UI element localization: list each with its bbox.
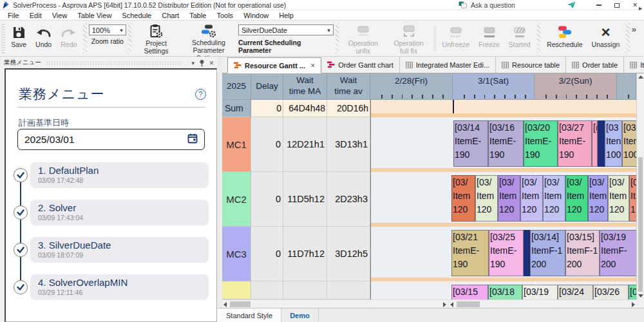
gantt-bar[interactable]: [03/19 (522, 285, 558, 299)
redo-button[interactable]: Redo (56, 22, 81, 55)
gantt-bar[interactable]: [03/Item120 (608, 175, 629, 222)
project-settings-button[interactable]: Project Settings (133, 22, 179, 55)
gantt-bar[interactable]: [03/21ItemE-190 (451, 230, 489, 276)
tab-item-setup-table[interactable]: Item setup table (624, 57, 644, 73)
gantt-bar[interactable] (524, 230, 530, 276)
gantt-bar[interactable]: [03/Item120 (543, 175, 565, 222)
gantt-bar[interactable]: [03/18 (488, 285, 522, 299)
help-icon[interactable]: ? (195, 89, 206, 100)
horizontal-scroll-thumb[interactable] (230, 301, 251, 307)
gantt-bar[interactable]: [03Iten100 (622, 120, 636, 167)
calendar-icon[interactable] (187, 133, 198, 146)
menu-schedule[interactable]: Schedule (117, 10, 156, 21)
gantt-bar[interactable]: [03/15]ItemF-1200 (565, 230, 600, 276)
gantt-bar[interactable]: [0It1 (629, 175, 636, 222)
scroll-left-icon[interactable] (450, 302, 453, 307)
menu-view[interactable]: View (47, 10, 73, 21)
panel-pin-icon[interactable] (199, 59, 205, 67)
reschedule-button[interactable]: Reschedule (542, 22, 587, 55)
scroll-down-icon[interactable] (638, 294, 643, 298)
gantt-bar[interactable]: [03/Item120 (451, 175, 475, 222)
unfreeze-button[interactable]: Unfreeze (438, 22, 475, 55)
tab-order-table[interactable]: Order table (566, 57, 624, 73)
toolbar-grip[interactable] (1, 23, 5, 53)
vertical-scrollbar[interactable] (636, 73, 644, 299)
operation-unfix-button[interactable]: Operation unfix (341, 22, 385, 55)
menu-tools[interactable]: Tools (211, 10, 238, 21)
gantt-bar[interactable]: [03/26 (593, 285, 629, 299)
toolbar-separator (537, 23, 540, 53)
timeline-row-item: [03/15[03/18[03/19[03/24[03/26[0 (370, 281, 636, 299)
scroll-up-icon[interactable] (638, 75, 643, 79)
panel-drag-texture[interactable] (46, 61, 183, 65)
step-item-3[interactable]: 3. SilverDueDate03/09 18:07:09 (30, 237, 209, 263)
ask-a-question-box[interactable]: Ask a question (459, 0, 515, 10)
menu-edit[interactable]: Edit (24, 10, 47, 21)
step-item-4[interactable]: 4. SolverOverlapMIN03/29 12:11:46 (30, 274, 209, 300)
display-style-tab-demo[interactable]: Demo (281, 308, 319, 322)
save-icon (12, 24, 26, 41)
zoom-ratio-select[interactable]: 100% ▾ (89, 24, 126, 35)
table-horizontal-scrollbar[interactable] (222, 299, 448, 308)
menu-file[interactable]: File (3, 10, 24, 21)
gantt-horizontal-scrollbar[interactable] (449, 299, 636, 308)
scroll-right-icon[interactable] (443, 302, 446, 307)
gantt-bar[interactable]: [03/14ItemE-190 (453, 120, 488, 167)
started-button[interactable]: Started (504, 22, 535, 55)
menu-window[interactable]: Window (238, 10, 274, 21)
step-label: 4. SolverOverlapMIN (38, 277, 201, 288)
current-scheduling-parameter-select[interactable]: SilverDueDate ▾ (238, 24, 334, 35)
unassign-button[interactable]: × Unassign (587, 22, 625, 55)
toolbar-overflow-chevron[interactable]: » (632, 22, 640, 34)
day-header-2-28-fri: 2/28(Fri) (370, 73, 453, 100)
freeze-button[interactable]: Freeze (474, 22, 504, 55)
minimize-button[interactable] (590, 0, 608, 10)
save-button[interactable]: Save (6, 22, 31, 55)
gantt-bar[interactable]: [03/25ItemE-190 (489, 230, 524, 276)
send-question-icon[interactable] (567, 1, 576, 10)
vertical-scroll-thumb[interactable] (638, 157, 643, 292)
gantt-bar[interactable]: [03/16ItemE-190 (488, 120, 524, 167)
bar-label-line: [03/ (477, 176, 497, 189)
tab-resource-gantt[interactable]: Resource Gantt ...× (227, 57, 321, 73)
scheduling-parameter-settings-button[interactable]: Scheduling Parameter Settings (179, 22, 238, 55)
menu-chart[interactable]: Chart (156, 10, 184, 21)
panel-splitter[interactable] (218, 57, 222, 322)
scroll-right-icon[interactable] (632, 302, 635, 307)
operation-full-fix-button[interactable]: Operation full fix (385, 22, 432, 55)
gantt-bar[interactable]: [03/Item120 (565, 175, 588, 222)
tab-order-gantt-chart[interactable]: Order Gantt chart (321, 57, 400, 73)
tab-integrated-master-edi[interactable]: Integrated Master Edi... (400, 57, 496, 73)
scroll-left-icon[interactable] (223, 302, 227, 307)
horizontal-scroll-thumb[interactable] (457, 301, 480, 307)
display-style-tab-standard-style[interactable]: Standard Style (218, 308, 281, 322)
gantt-bar[interactable]: [( (592, 120, 598, 167)
gantt-bar[interactable]: [03/Item120 (588, 175, 608, 222)
panel-close-icon[interactable]: × (209, 59, 214, 68)
gantt-bar[interactable]: [03/Item120 (475, 175, 498, 222)
gantt-bar[interactable]: [03/Item120 (498, 175, 520, 222)
gantt-bar[interactable]: [03/Item120 (520, 175, 543, 222)
bar-label-line: Item (453, 189, 475, 203)
gantt-bar[interactable] (598, 120, 605, 167)
tab-close-icon[interactable]: × (310, 61, 315, 70)
planning-basis-date-input[interactable]: 2025/03/01 (17, 129, 205, 150)
gantt-bar[interactable]: [03/20ItemE-190 (524, 120, 558, 167)
gantt-bar[interactable]: [03/15 (451, 285, 488, 299)
menu-help[interactable]: Help (274, 10, 299, 21)
tab-scroll-next-icon[interactable]: ▸ (639, 5, 642, 12)
gantt-bar[interactable]: [03/19ItemF-200 (600, 230, 636, 276)
gantt-bar[interactable]: [03Iten100 (605, 120, 622, 167)
maximize-button[interactable] (608, 0, 626, 10)
gantt-bar[interactable]: [03/27ItemE-190 (558, 120, 592, 167)
undo-button[interactable]: Undo (31, 22, 56, 55)
tab-resource-table[interactable]: Resource table (496, 57, 566, 73)
gantt-bar[interactable]: [03/24 (558, 285, 593, 299)
step-item-1[interactable]: 1. DefaultPlan03/09 17:42:48 (30, 162, 209, 188)
gantt-bar[interactable]: [0 (629, 285, 636, 299)
gantt-bar[interactable]: [03/14]ItemF-1200 (530, 230, 565, 276)
menu-table[interactable]: Table (184, 10, 211, 21)
menu-table-view[interactable]: Table View (72, 10, 117, 21)
step-item-2[interactable]: 2. Solver03/09 17:43:04 (30, 200, 209, 225)
panel-menu-chevron-icon[interactable]: ▾ (191, 60, 194, 66)
